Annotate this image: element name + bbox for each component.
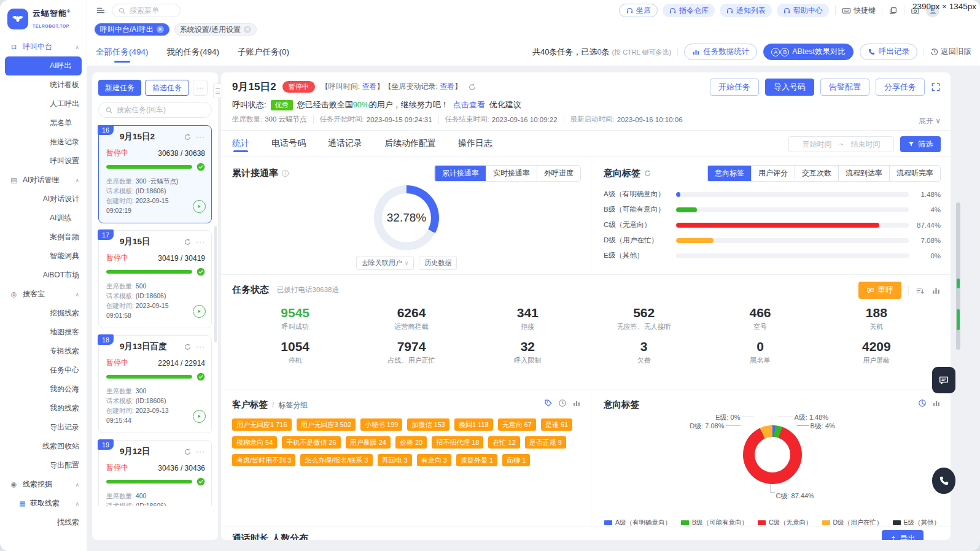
intent-tab[interactable]: 流程到达率 (838, 166, 889, 181)
customer-tag-chip[interactable]: 用户无回应3 502 (297, 418, 356, 431)
sidebar-item[interactable]: 案例音频 (0, 228, 87, 247)
window-mode-icon[interactable] (889, 6, 898, 15)
view-seat-change-link[interactable]: 查看 (440, 82, 454, 91)
filter-button[interactable]: 筛选 (900, 136, 941, 152)
customer-tag-chip[interactable]: 挽回1 118 (454, 418, 493, 431)
customer-tag-chip[interactable]: 小秘书 199 (360, 418, 402, 431)
refresh-icon[interactable] (184, 343, 192, 351)
customer-tag-chip[interactable]: 招不招代理 18 (432, 436, 483, 449)
menu-search-input[interactable]: 搜索菜单 (112, 4, 181, 17)
play-button[interactable] (193, 410, 206, 423)
export-button[interactable]: 导出 (882, 530, 924, 540)
sidebar-item[interactable]: 任务中心 (0, 361, 87, 380)
refresh-icon[interactable] (184, 448, 192, 456)
sidebar-item[interactable]: 我的线索 (0, 399, 87, 418)
sidebar-item[interactable]: AI训练 (0, 209, 87, 228)
sidebar-item[interactable]: AiBOT市场 (0, 266, 87, 285)
close-icon[interactable]: ✕ (244, 26, 251, 33)
customer-tag-chip[interactable]: 面聊 1 (502, 454, 530, 466)
chart-icon[interactable] (931, 286, 941, 295)
pie-icon[interactable] (918, 399, 927, 407)
task-search-input[interactable]: 搜索任务(回车) (98, 102, 212, 118)
exclude-linked-users-dropdown[interactable]: 去除关联用户∨ (356, 256, 414, 270)
sidebar-item[interactable]: AI对话设计 (0, 190, 87, 209)
intent-tab[interactable]: 用户评分 (751, 166, 795, 181)
refresh-icon[interactable] (644, 169, 651, 177)
more-button[interactable]: ··· (193, 80, 208, 96)
task-card[interactable]: 18 9月13日百度 ··· 暂停中 22914 / 22914 (98, 335, 212, 433)
share-task-button[interactable]: 分享任务 (876, 79, 925, 96)
segment-option[interactable]: 外呼进度 (537, 166, 580, 181)
sidebar-item[interactable]: 导出记录 (0, 418, 87, 437)
customer-tag-chip[interactable]: 怎么办理/报名/联系 3 (300, 454, 372, 466)
brand[interactable]: 云蝠智能® TELROBOT.TOP (0, 0, 87, 35)
sidebar-item[interactable]: 统计看板 (0, 75, 87, 94)
sidebar-item[interactable]: 呼叫设置 (0, 152, 87, 171)
date-range-input[interactable]: 开始时间 ~ 结束时间 (788, 136, 894, 152)
customer-tag-chip[interactable]: 用户无回应1 716 (232, 418, 292, 431)
sidebar-item[interactable]: 黑名单 (0, 114, 87, 133)
customer-tag-chip[interactable]: 无意向 67 (498, 418, 536, 431)
sidebar-item[interactable]: 推送记录 (0, 133, 87, 152)
customer-tag-chip[interactable]: 用户暴躁 24 (346, 436, 391, 449)
sidebar-item[interactable]: 导出配置 (0, 456, 87, 475)
detail-tab[interactable]: 电话号码 (271, 131, 306, 156)
sidebar-item[interactable]: ◉ 线索挖掘 ∧ (0, 475, 87, 494)
filter-task-button[interactable]: 筛选任务 (145, 80, 189, 96)
customer-tag-chip[interactable]: 有意向 3 (417, 454, 451, 466)
breadcrumb-chip[interactable]: 呼叫中台/AI呼出 ✕ (95, 23, 169, 36)
intent-tab[interactable]: 流程听完率 (889, 166, 940, 181)
sort-list-icon[interactable] (916, 286, 925, 295)
sidebar-item[interactable]: ▦ 获取线索 ∧ (0, 494, 87, 513)
sidebar-item[interactable]: ⊡ 呼叫中台 ∧ (0, 37, 87, 56)
shortcut-keys-button[interactable]: 快捷键 (842, 6, 876, 16)
back-to-legacy-button[interactable]: 返回旧版 (930, 47, 971, 57)
intent-tab[interactable]: 意向标签 (707, 166, 751, 181)
task-tab[interactable]: 我的任务(494) (166, 38, 221, 66)
breadcrumb-chip[interactable]: 系统设置/通用设置 ✕ (174, 23, 257, 36)
tag-group-link[interactable]: 标签分组 (278, 400, 308, 410)
sidebar-item[interactable]: 人工呼出 (0, 94, 87, 114)
clock-icon[interactable] (558, 399, 567, 407)
customer-tag-chip[interactable]: 质疑外显 1 (456, 454, 497, 466)
customer-tag-chip[interactable]: 手机不是微信 26 (282, 436, 340, 449)
refresh-icon[interactable] (184, 238, 192, 246)
more-icon[interactable]: ··· (196, 133, 205, 141)
task-tab[interactable]: 子账户任务(0) (236, 38, 290, 66)
fullscreen-icon[interactable] (931, 82, 941, 92)
new-task-button[interactable]: 新建任务 (98, 80, 141, 96)
refresh-icon[interactable] (184, 133, 192, 141)
detail-tab[interactable]: 操作日志 (458, 131, 492, 156)
task-data-stat-button[interactable]: 任务数据统计 (684, 44, 757, 60)
task-tab[interactable]: 全部任务(494) (95, 38, 150, 66)
customer-tag-chip[interactable]: 是否正规 9 (525, 436, 566, 449)
topbar-pill[interactable]: 通知列表 (720, 4, 772, 17)
view-call-time-link[interactable]: 查看 (362, 82, 377, 91)
customer-tag-chip[interactable]: 考虑/暂时用不到 3 (232, 454, 295, 466)
detail-tab[interactable]: 通话记录 (328, 131, 362, 156)
task-card[interactable]: 16 9月15日2 ··· 暂停中 30638 / 30638 (98, 125, 212, 223)
task-card[interactable]: 19 9月12日 ··· 暂停中 30436 / 30436 (98, 440, 212, 506)
info-icon[interactable] (281, 169, 289, 177)
segment-option[interactable]: 实时接通率 (486, 166, 537, 181)
call-records-button[interactable]: 呼出记录 (860, 44, 917, 60)
intent-tab[interactable]: 交互次数 (795, 166, 838, 181)
play-button[interactable] (193, 305, 206, 318)
customer-tag-chip[interactable]: 在忙 12 (488, 436, 519, 449)
sidebar-item[interactable]: ▤ AI对话管理 ∧ (0, 171, 87, 190)
detail-tab[interactable]: 统计 (232, 131, 249, 156)
sidebar-item[interactable]: 智能词典 (0, 247, 87, 266)
sidebar-item[interactable]: ◎ 搜客宝 ∧ (0, 285, 87, 304)
customer-tag-chip[interactable]: 价格 20 (395, 436, 427, 449)
expand-toggle[interactable]: 展开 ∨ (919, 116, 941, 126)
panel-drag-handle[interactable] (213, 83, 222, 98)
more-icon[interactable]: ··· (196, 447, 205, 456)
sidebar-item[interactable]: 找线索 (0, 513, 87, 532)
customer-service-float-button[interactable] (932, 468, 955, 494)
topbar-pill[interactable]: 帮助中心 (777, 4, 829, 17)
refresh-icon[interactable] (468, 83, 476, 91)
more-icon[interactable]: ··· (196, 342, 205, 351)
click-view-link[interactable]: 点击查看 (453, 99, 485, 110)
collapse-menu-icon[interactable] (96, 6, 106, 15)
close-icon[interactable]: ✕ (157, 26, 164, 33)
